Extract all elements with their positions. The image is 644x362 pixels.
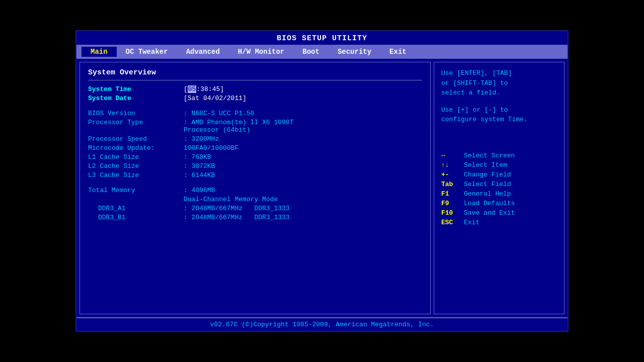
footer: v02.67C (C)Copyright 1985-2009, American…: [76, 317, 568, 331]
menu-item-advanced[interactable]: Advanced: [177, 47, 229, 57]
shortcut-desc-select-item: Select Item: [464, 161, 507, 169]
menu-item-main[interactable]: Main: [82, 47, 117, 57]
ddr3-b1-row: DDR3_B1 : 2048MB/667MHz DDR3_1333: [98, 214, 422, 221]
help-text-2: Use [+] or [-] to configure system Time.: [441, 105, 557, 125]
shortcut-key-tab: Tab: [441, 180, 464, 188]
shortcut-f10: F10 Save and Exit: [441, 209, 557, 217]
processor-speed-value: : 3200MHz: [184, 135, 219, 143]
title-bar: BIOS SETUP UTILITY: [76, 31, 568, 45]
menu-item-hw-monitor[interactable]: H/W Monitor: [229, 47, 293, 57]
shortcut-desc-f10: Save and Exit: [464, 209, 515, 217]
shortcut-key-f10: F10: [441, 209, 464, 217]
ddr3-a1-row: DDR3_A1 : 2048MB/667MHz DDR3_1333: [98, 205, 422, 212]
menu-item-security[interactable]: Security: [329, 47, 380, 57]
main-panel: System Overview System Time [05:38:45] S…: [79, 62, 431, 314]
ddr3-b1-label: DDR3_B1: [98, 214, 184, 221]
system-time-hour[interactable]: 05: [188, 85, 197, 93]
shortcut-desc-select-screen: Select Screen: [464, 152, 515, 159]
system-time-value[interactable]: [05:38:45]: [184, 85, 224, 93]
processor-type-value: : AMD Phenom(tm) II X6 1090T Processor (…: [184, 119, 293, 134]
panel-divider: [88, 80, 422, 80]
shortcut-key-plusminus: +-: [441, 171, 464, 178]
memory-mode-label: [88, 196, 184, 203]
footer-text: v02.67C (C)Copyright 1985-2009, American…: [210, 321, 434, 328]
ddr3-a1-label: DDR3_A1: [98, 205, 184, 212]
l2-cache-label: L2 Cache Size: [88, 162, 184, 170]
bios-version-row: BIOS Version : N68C-S UCC P1.50: [88, 110, 422, 117]
microcode-row: Microcode Update: 100FA0/10000BF: [88, 144, 422, 152]
l1-cache-value: : 768KB: [184, 153, 211, 161]
bios-title: BIOS SETUP UTILITY: [277, 34, 367, 43]
shortcut-key-esc: ESC: [441, 219, 464, 226]
menu-bar: Main OC Tweaker Advanced H/W Monitor Boo…: [76, 45, 568, 59]
shortcut-key-arrows: ↔: [441, 152, 464, 159]
shortcut-key-f9: F9: [441, 200, 464, 207]
help-text: Use [ENTER], [TAB] or [SHIFT-TAB] to sel…: [441, 68, 557, 98]
menu-item-boot[interactable]: Boot: [293, 47, 329, 57]
system-time-label: System Time: [88, 85, 184, 93]
system-time-row: System Time [05:38:45]: [88, 85, 422, 93]
shortcut-desc-esc: Exit: [464, 219, 479, 226]
l3-cache-value: : 6144KB: [184, 171, 215, 179]
microcode-label: Microcode Update:: [88, 144, 184, 152]
bios-version-label: BIOS Version: [88, 110, 184, 117]
shortcut-change-field: +- Change Field: [441, 171, 557, 178]
menu-item-oc-tweaker[interactable]: OC Tweaker: [117, 47, 177, 57]
shortcut-desc-tab: Select Field: [464, 180, 511, 188]
l2-cache-value: : 3072KB: [184, 162, 215, 170]
shortcut-key-f1: F1: [441, 190, 464, 198]
processor-speed-label: Processor Speed: [88, 135, 184, 143]
l3-cache-label: L3 Cache Size: [88, 171, 184, 179]
ddr3-b1-value: : 2048MB/667MHz DDR3_1333: [184, 214, 290, 221]
shortcut-esc: ESC Exit: [441, 219, 557, 226]
memory-mode-row: Dual-Channel Memory Mode: [88, 196, 422, 203]
side-panel: Use [ENTER], [TAB] or [SHIFT-TAB] to sel…: [434, 62, 565, 314]
processor-speed-row: Processor Speed : 3200MHz: [88, 135, 422, 143]
bios-screen: BIOS SETUP UTILITY Main OC Tweaker Advan…: [75, 30, 569, 332]
system-date-value[interactable]: [Sat 04/02/2011]: [184, 95, 247, 102]
processor-type-label: Processor Type: [88, 119, 184, 134]
bios-version-value: : N68C-S UCC P1.50: [184, 110, 254, 117]
l3-cache-row: L3 Cache Size : 6144KB: [88, 171, 422, 179]
shortcut-f9: F9 Load Defaults: [441, 200, 557, 207]
ddr3-a1-value: : 2048MB/667MHz DDR3_1333: [184, 205, 290, 212]
total-memory-label: Total Memory: [88, 187, 184, 194]
shortcut-key-updown: ↑↓: [441, 161, 464, 169]
memory-mode-value: Dual-Channel Memory Mode: [184, 196, 278, 203]
l1-cache-row: L1 Cache Size : 768KB: [88, 153, 422, 161]
system-date-row: System Date [Sat 04/02/2011]: [88, 95, 422, 102]
shortcut-f1: F1 General Help: [441, 190, 557, 198]
total-memory-value: : 4096MB: [184, 187, 215, 194]
system-date-label: System Date: [88, 95, 184, 102]
processor-type-row: Processor Type : AMD Phenom(tm) II X6 10…: [88, 119, 422, 134]
microcode-value: 100FA0/10000BF: [184, 144, 238, 152]
shortcut-select-item: ↑↓ Select Item: [441, 161, 557, 169]
l1-cache-label: L1 Cache Size: [88, 153, 184, 161]
shortcut-desc-change-field: Change Field: [464, 171, 511, 178]
total-memory-row: Total Memory : 4096MB: [88, 187, 422, 194]
l2-cache-row: L2 Cache Size : 3072KB: [88, 162, 422, 170]
panel-title: System Overview: [88, 68, 422, 77]
content-area: System Overview System Time [05:38:45] S…: [76, 59, 568, 317]
shortcut-desc-f1: General Help: [464, 190, 511, 198]
shortcut-desc-f9: Load Defaults: [464, 200, 515, 207]
menu-item-exit[interactable]: Exit: [380, 47, 416, 57]
shortcut-tab: Tab Select Field: [441, 180, 557, 188]
shortcut-select-screen: ↔ Select Screen: [441, 152, 557, 159]
